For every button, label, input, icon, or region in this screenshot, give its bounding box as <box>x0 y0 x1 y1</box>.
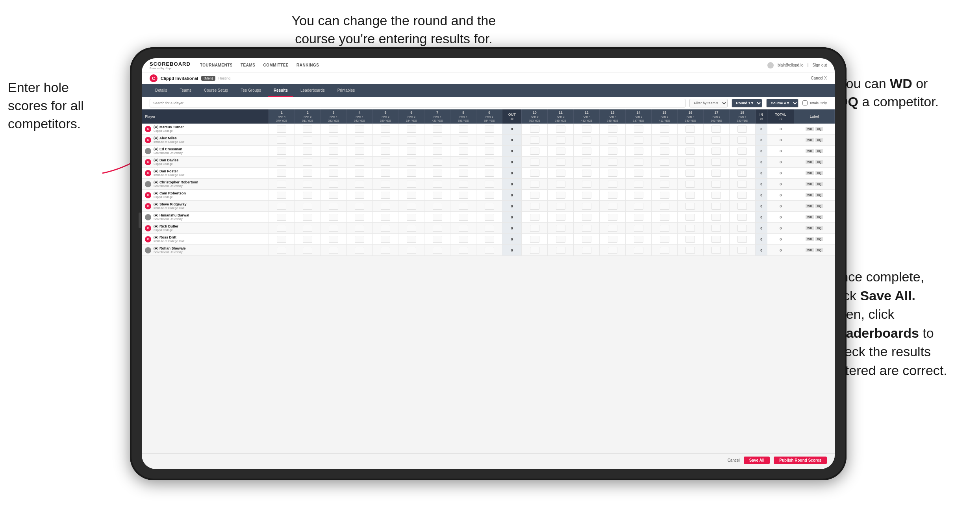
score-input-hole-12[interactable] <box>582 247 591 254</box>
score-input-hole-1[interactable] <box>277 159 286 166</box>
score-input-hole-16[interactable] <box>685 236 695 243</box>
dq-button[interactable]: DQ <box>815 193 823 197</box>
score-input-hole-6[interactable] <box>407 203 416 210</box>
score-input-hole-5[interactable] <box>381 159 390 166</box>
score-input-hole-8[interactable] <box>459 137 468 144</box>
score-input-hole-18[interactable] <box>737 247 747 254</box>
score-input-hole-14[interactable] <box>634 225 643 232</box>
totals-only-toggle[interactable]: Totals Only <box>802 100 827 105</box>
score-input-hole-18[interactable] <box>737 236 747 243</box>
score-input-hole-6[interactable] <box>407 247 416 254</box>
tab-results[interactable]: Results <box>268 84 293 97</box>
score-input-hole-11[interactable] <box>556 192 565 199</box>
score-input-hole-8[interactable] <box>459 170 468 177</box>
score-input-hole-10[interactable] <box>530 181 539 188</box>
score-input-hole-6[interactable] <box>407 225 416 232</box>
score-input-hole-4[interactable] <box>355 170 364 177</box>
score-input-hole-5[interactable] <box>381 214 390 221</box>
score-input-hole-4[interactable] <box>355 203 364 210</box>
score-input-hole-1[interactable] <box>277 236 286 243</box>
sign-out[interactable]: Sign out <box>812 63 827 67</box>
score-input-hole-16[interactable] <box>685 192 695 199</box>
nav-teams[interactable]: TEAMS <box>241 63 256 67</box>
score-input-hole-9[interactable] <box>485 214 494 221</box>
wd-button[interactable]: WD <box>806 171 814 175</box>
score-input-hole-13[interactable] <box>608 225 617 232</box>
score-input-hole-16[interactable] <box>685 170 695 177</box>
score-input-hole-16[interactable] <box>685 148 695 155</box>
score-input-hole-2[interactable] <box>303 159 312 166</box>
score-input-hole-6[interactable] <box>407 181 416 188</box>
wd-button[interactable]: WD <box>806 127 814 131</box>
score-input-hole-15[interactable] <box>660 192 669 199</box>
score-input-hole-11[interactable] <box>556 148 565 155</box>
dq-button[interactable]: DQ <box>815 138 823 142</box>
score-input-hole-18[interactable] <box>737 137 747 144</box>
score-input-hole-13[interactable] <box>608 137 617 144</box>
score-input-hole-9[interactable] <box>485 137 494 144</box>
score-input-hole-6[interactable] <box>407 236 416 243</box>
score-input-hole-9[interactable] <box>485 159 494 166</box>
score-input-hole-1[interactable] <box>277 203 286 210</box>
score-input-hole-11[interactable] <box>556 137 565 144</box>
tournament-cancel[interactable]: Cancel X <box>811 76 827 80</box>
score-input-hole-7[interactable] <box>433 148 442 155</box>
score-input-hole-14[interactable] <box>634 170 643 177</box>
score-input-hole-14[interactable] <box>634 181 643 188</box>
score-input-hole-10[interactable] <box>530 214 539 221</box>
score-input-hole-13[interactable] <box>608 214 617 221</box>
wd-button[interactable]: WD <box>806 215 814 219</box>
score-input-hole-14[interactable] <box>634 247 643 254</box>
score-input-hole-6[interactable] <box>407 159 416 166</box>
score-input-hole-8[interactable] <box>459 247 468 254</box>
score-input-hole-14[interactable] <box>634 148 643 155</box>
score-input-hole-9[interactable] <box>485 203 494 210</box>
score-input-hole-1[interactable] <box>277 181 286 188</box>
score-input-hole-18[interactable] <box>737 192 747 199</box>
score-input-hole-9[interactable] <box>485 247 494 254</box>
score-input-hole-18[interactable] <box>737 214 747 221</box>
score-input-hole-16[interactable] <box>685 181 695 188</box>
score-input-hole-16[interactable] <box>685 225 695 232</box>
score-input-hole-10[interactable] <box>530 236 539 243</box>
score-input-hole-5[interactable] <box>381 236 390 243</box>
course-select[interactable]: Course A ▾ <box>766 99 798 107</box>
tab-course-setup[interactable]: Course Setup <box>198 84 233 97</box>
score-input-hole-12[interactable] <box>582 170 591 177</box>
score-input-hole-8[interactable] <box>459 214 468 221</box>
score-input-hole-10[interactable] <box>530 192 539 199</box>
tab-teams[interactable]: Teams <box>174 84 197 97</box>
score-input-hole-18[interactable] <box>737 181 747 188</box>
wd-button[interactable]: WD <box>806 237 814 241</box>
score-input-hole-13[interactable] <box>608 170 617 177</box>
round-select[interactable]: Round 1 ▾ <box>732 99 762 107</box>
score-input-hole-2[interactable] <box>303 214 312 221</box>
score-input-hole-5[interactable] <box>381 203 390 210</box>
score-input-hole-2[interactable] <box>303 225 312 232</box>
wd-button[interactable]: WD <box>806 248 814 252</box>
score-input-hole-10[interactable] <box>530 225 539 232</box>
score-input-hole-13[interactable] <box>608 126 617 133</box>
score-input-hole-3[interactable] <box>329 159 338 166</box>
tab-details[interactable]: Details <box>150 84 173 97</box>
score-input-hole-14[interactable] <box>634 137 643 144</box>
score-input-hole-7[interactable] <box>433 192 442 199</box>
score-input-hole-10[interactable] <box>530 170 539 177</box>
score-input-hole-17[interactable] <box>711 192 721 199</box>
score-input-hole-12[interactable] <box>582 126 591 133</box>
score-input-hole-18[interactable] <box>737 148 747 155</box>
score-input-hole-17[interactable] <box>711 247 721 254</box>
score-input-hole-14[interactable] <box>634 203 643 210</box>
score-input-hole-10[interactable] <box>530 159 539 166</box>
score-input-hole-7[interactable] <box>433 126 442 133</box>
score-input-hole-10[interactable] <box>530 126 539 133</box>
score-input-hole-12[interactable] <box>582 192 591 199</box>
dq-button[interactable]: DQ <box>815 149 823 153</box>
score-input-hole-15[interactable] <box>660 203 669 210</box>
score-input-hole-13[interactable] <box>608 236 617 243</box>
score-input-hole-14[interactable] <box>634 192 643 199</box>
score-input-hole-16[interactable] <box>685 126 695 133</box>
score-input-hole-17[interactable] <box>711 137 721 144</box>
score-input-hole-3[interactable] <box>329 247 338 254</box>
nav-committee[interactable]: COMMITTEE <box>263 63 289 67</box>
